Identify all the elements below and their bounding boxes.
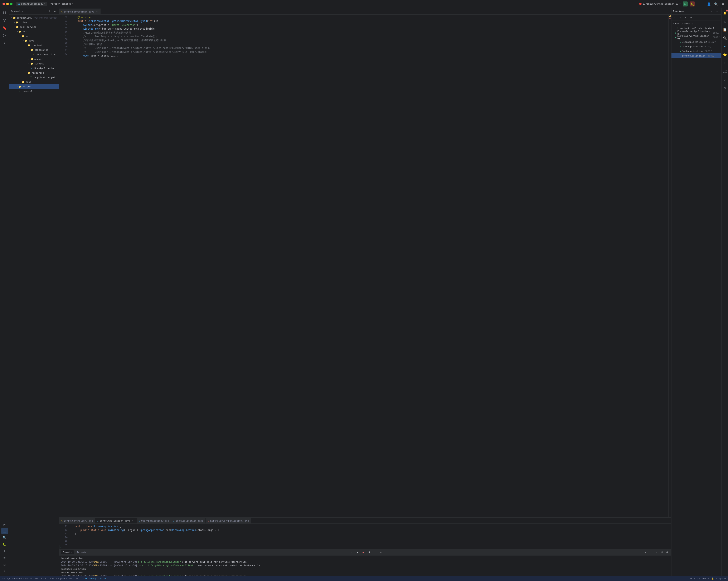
run-config[interactable]: 🔴 EurekaServerApplication-01 ▾ [639,2,681,5]
service-item-eureka01[interactable]: ▶ EurekaServerApplication-01 :8801/ [672,35,721,39]
breadcrumb-main[interactable]: main [52,577,57,580]
console-tab-actuator[interactable]: Actuator [75,550,89,554]
sidebar-icon-search[interactable]: 🔍 [1,534,8,541]
tree-item-controller[interactable]: ▾ 📁 controller [9,48,59,52]
right-icon-event-log[interactable]: 📋 [722,26,728,33]
breadcrumb-root[interactable]: springCloudStudy [2,577,22,580]
services-minimize-icon[interactable]: — [714,9,720,14]
tab-close-icon[interactable]: × [96,10,99,13]
soft-wrap-icon[interactable]: ≡ [654,550,659,555]
status-position[interactable]: 16:1 [690,577,695,580]
editor-menu-icon[interactable]: ⋯ [665,9,670,15]
sidebar-icon-services[interactable] [1,528,8,534]
right-icon-problems[interactable]: ⚠ [722,18,728,25]
project-selector[interactable]: SC springCloudStudy ▾ [16,2,47,6]
tab-borrowserviceimpl[interactable]: C BorrowServiceImpl.java × [59,8,101,15]
top-editor-content[interactable]: 32 33 34 35 36 37 38 39 40 41 42 @Overri… [59,15,668,517]
tree-item-idea[interactable]: ▸ 📁 .idea [9,20,59,25]
tree-item-mapper[interactable]: ▸ 📁 mapper [9,57,59,61]
service-item-borrow[interactable]: ▶ BorrowApplication :8082/ [672,53,721,58]
service-item-book[interactable]: ▶ BookApplication :8081/ [672,49,721,53]
sidebar-icon-git[interactable]: ± [1,554,8,561]
service-item-install[interactable]: M springCloudStudy [install] [672,26,721,30]
close-button[interactable] [2,3,5,5]
services-add-icon[interactable]: + [688,15,694,20]
service-item-dashboard[interactable]: ▾ Run Dashboard [672,21,721,26]
minimize-button[interactable] [6,3,9,5]
services-collapse-icon[interactable]: ↑ [672,15,677,20]
settings-icon[interactable]: ⚙ [721,1,726,6]
right-icon-more[interactable]: m [722,85,728,91]
breadcrumb-com[interactable]: com [68,577,72,580]
tree-item-java[interactable]: ▾ 📁 java [9,38,59,43]
tab-close-icon[interactable]: × [131,519,134,522]
settings-icon-panel[interactable]: ⚙ [52,9,57,14]
right-icon-diff[interactable]: ± [722,60,728,66]
tree-item-service[interactable]: ▸ 📁 service [9,61,59,66]
tree-item-pomxml[interactable]: X pom.xml [9,89,59,94]
status-line-ending[interactable]: LF [698,577,700,580]
sidebar-icon-run[interactable]: ▶ [1,521,8,528]
print-icon[interactable]: 🖨 [659,550,664,555]
sidebar-icon-favorites[interactable]: ★ [1,39,8,46]
services-more-icon[interactable]: ⋯ [709,9,714,14]
collapse-all-icon[interactable]: ≡ [47,9,52,14]
services-filter-icon[interactable]: ≡ [683,15,688,20]
services-expand-icon[interactable]: ↓ [678,15,683,20]
tree-item-resources[interactable]: ▾ 📁 resources [9,71,59,75]
status-indent[interactable]: 4 spaces [716,577,726,580]
breadcrumb-java[interactable]: java [60,577,65,580]
breadcrumb-test[interactable]: test [75,577,79,580]
restart-icon[interactable]: ↺ [349,550,354,555]
right-icon-ai[interactable]: ✦ [722,43,728,50]
tab-bookapplication[interactable]: ☕ BookApplication.java [171,518,205,524]
service-item-user02[interactable]: ▶ UserApplication-02 :8102/ [672,39,721,44]
service-item-eureka02[interactable]: ▶ EurekaServerApplication-02 :8802/ [672,30,721,35]
breadcrumb-service[interactable]: borrow-service [25,577,42,580]
service-item-user01[interactable]: ▶ UserApplication :8101/ [672,44,721,49]
tree-item-book-service[interactable]: ▾ 📁 book-service [9,25,59,29]
account-icon[interactable]: 👤 [706,1,711,6]
breadcrumb-src[interactable]: src [45,577,49,580]
run-button[interactable]: ▶ [683,1,688,6]
right-icon-git[interactable]: ⎇ [722,68,728,75]
stop-icon[interactable]: ■ [361,550,366,555]
tree-item-test[interactable]: ▸ 📁 test [9,80,59,84]
sidebar-icon-vcs[interactable] [1,17,8,24]
right-icon-bookmark[interactable]: ⭐ [722,51,728,58]
more-icon[interactable]: ⋯ [379,550,383,555]
sidebar-icon-problems[interactable]: ⚠ [1,567,8,574]
clear-icon[interactable]: 🗑 [665,550,670,555]
tree-item-bookapplication[interactable]: ☕ BookApplication [9,66,59,71]
sidebar-icon-terminal[interactable]: T [1,548,8,554]
sidebar-icon-project[interactable] [1,9,8,16]
tree-item-root[interactable]: ▾ 📁 springCloudStudy ~/Desktop/CS/JavaEl [9,16,59,20]
tree-item-comtest[interactable]: ▾ 📁 com.test [9,43,59,48]
scroll-end-icon[interactable]: ↑ [643,550,648,555]
status-encoding[interactable]: UTF-8 [703,577,709,580]
more-options-button[interactable]: ⋯ [697,1,702,6]
tab-userapplication[interactable]: ☕ UserApplication.java [137,518,171,524]
sidebar-icon-todo[interactable]: ☑ [1,561,8,567]
maximize-button[interactable] [10,3,12,5]
sidebar-icon-debug[interactable]: 🐛 [1,541,8,548]
console-tab-console[interactable]: Console [61,550,74,554]
debug-button[interactable]: 🐛 [690,1,695,6]
scroll-start-icon[interactable]: ↓ [648,550,653,555]
tab-eurekaapplication[interactable]: ☕ EurekaServerApplication.java [206,518,251,524]
tree-item-src[interactable]: ▾ 📁 src [9,29,59,34]
search-icon[interactable]: 🔍 [713,1,719,6]
input-icon[interactable]: ↓ [372,550,378,555]
tree-item-target[interactable]: ▸ 📁 target [9,84,59,89]
sidebar-icon-bookmarks[interactable]: 🔖 [1,25,8,31]
suspend-icon[interactable]: ⏸ [367,550,372,555]
rerun-icon[interactable]: ▶ [355,550,360,555]
tree-item-bookcontroller[interactable]: C BookController [9,52,59,57]
tree-item-main[interactable]: ▾ 📁 main [9,34,59,38]
second-editor-menu-icon[interactable]: ⋯ [665,519,670,524]
second-editor-content[interactable]: 11 12 13 14 15 16 public class BorrowApp… [59,524,671,545]
tab-borrowapplication[interactable]: ☕ BorrowApplication.java × [95,518,137,524]
right-icon-plugins[interactable]: 🔌 [722,35,728,41]
sidebar-icon-structure[interactable] [1,32,8,39]
tab-borrowcontroller[interactable]: C BorrowController.java [59,518,95,524]
